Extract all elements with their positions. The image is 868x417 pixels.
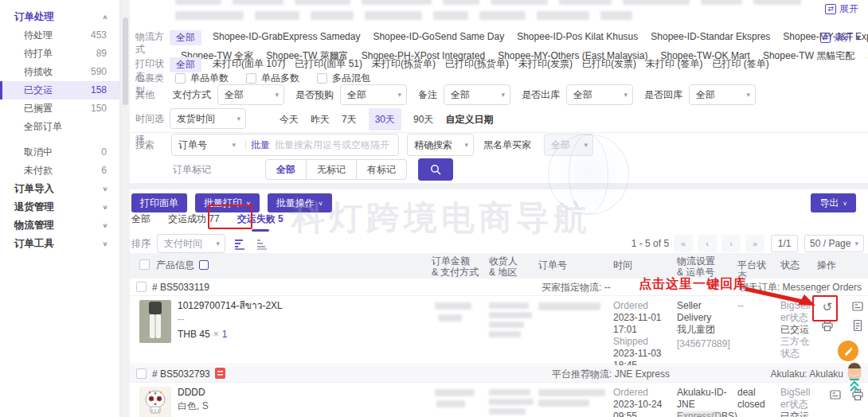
status-cell: BigSeller状态 已交运 [777, 383, 814, 417]
tab-ship-success[interactable]: 交运成功 77 [168, 212, 220, 232]
logistics-option[interactable]: Shopee-ID-Pos Kilat Khusus [517, 30, 638, 45]
order-mark-label: 订单标记 [173, 159, 211, 180]
caret-down-icon: ∨ [319, 200, 323, 206]
order-number[interactable]: # BS5033119 [152, 279, 209, 296]
print-option[interactable]: 未打印 (签单) [646, 57, 702, 72]
restock-return-icon[interactable]: ↺ [820, 299, 835, 314]
print-option[interactable]: 未打印(面单 107) [213, 57, 285, 72]
print-waybill-button[interactable]: 打印面单 [131, 193, 187, 212]
caret-down-icon: ∨ [102, 218, 108, 232]
sidebar-item-to-collect[interactable]: 待揽收590 [0, 63, 119, 81]
print-option[interactable]: 已打印(拣货单) [445, 57, 509, 72]
count-badge: 150 [91, 99, 107, 118]
redacted-text [435, 302, 471, 310]
expand-logistics-button[interactable]: ⇄ 展开 ▾ [820, 31, 860, 45]
sidebar-item-shipped[interactable]: 已交运158 [0, 81, 119, 99]
sort-field-select[interactable]: 支付时间▾ [157, 234, 225, 253]
time-type-select[interactable]: 发货时间▾ [170, 108, 246, 129]
sidebar-section-order-tools[interactable]: 订单工具∨ [0, 235, 119, 253]
time-quick-custom[interactable]: 自定义日期 [445, 113, 493, 126]
print-option[interactable]: 未打印(发票) [518, 57, 573, 72]
redacted-text [538, 389, 605, 396]
last-page-button[interactable]: » [745, 235, 764, 252]
sidebar-item-to-print[interactable]: 待打单89 [0, 45, 119, 63]
sidebar-section-order-processing[interactable]: 订单处理 ∧ [0, 8, 119, 26]
scrollbar-track[interactable] [119, 0, 130, 417]
logistics-option[interactable]: Shopee-ID-Standar Ekspres [651, 30, 770, 45]
column-header: 操作 [814, 253, 868, 282]
mark-option-unmarked[interactable]: 无标记 [306, 159, 357, 180]
print-option[interactable]: 未打印(拣货单) [372, 57, 436, 72]
order-group-header: # BS5032793 平台推荐物流: JNE Express Akulaku:… [130, 365, 868, 383]
tab-ship-failed[interactable]: 交运失败 5 [237, 212, 283, 232]
page-size-select[interactable]: 50 / Page▾ [804, 235, 864, 252]
select-all-checkbox[interactable] [139, 259, 150, 270]
restock-select[interactable]: 全部▾ [689, 84, 756, 105]
print-option-all[interactable]: 全部 [170, 57, 201, 72]
waybill-icon[interactable] [828, 388, 843, 402]
sidebar-item-unpaid[interactable]: 未付款6 [0, 162, 119, 180]
checkbox-single-item-multi-qty[interactable] [246, 73, 256, 84]
platform-status-cell: -- [734, 296, 777, 372]
prev-page-button[interactable]: ‹ [698, 235, 717, 252]
order-checkbox[interactable] [136, 282, 147, 292]
mark-option-marked[interactable]: 有标记 [356, 159, 407, 180]
order-number[interactable]: # BS5032793 [152, 365, 225, 383]
next-page-button[interactable]: › [721, 235, 741, 252]
stock-out-select[interactable]: 全部▾ [566, 84, 633, 105]
tab-all[interactable]: 全部 [131, 212, 151, 232]
note-select[interactable]: 全部▾ [444, 84, 510, 105]
redacted-text [538, 302, 600, 310]
scroll-to-top-button[interactable] [846, 377, 863, 393]
print-option[interactable]: 已打印(面单 51) [295, 57, 362, 72]
first-page-button[interactable]: « [674, 235, 693, 252]
time-quick-7d[interactable]: 7天 [342, 113, 357, 126]
checkbox-single-item-single-qty[interactable] [175, 73, 186, 84]
print-option[interactable]: 已打印 (签单) [712, 57, 768, 72]
time-quick-90d[interactable]: 90天 [413, 113, 433, 126]
chevron-down-icon: ▾ [746, 85, 750, 104]
batch-search-link[interactable]: 批量 [251, 138, 270, 152]
document-icon[interactable] [850, 318, 865, 333]
search-mode-select[interactable]: 精确搜索▾ [407, 134, 474, 156]
sort-asc-button[interactable] [254, 236, 270, 251]
logistics-option-all[interactable]: 全部 [170, 30, 201, 45]
time-quick-yesterday[interactable]: 昨天 [311, 113, 330, 126]
chevron-down-icon: ▾ [237, 109, 240, 128]
blacklist-select[interactable]: 全部▾ [544, 134, 593, 156]
sidebar-item-pending[interactable]: 待处理453 [0, 26, 119, 45]
account-avatar [847, 362, 862, 376]
redacted-text [489, 331, 521, 337]
printer-icon[interactable] [820, 318, 835, 333]
logistics-option[interactable]: Shopee-ID-GoSend Same Day [373, 30, 504, 45]
checkbox-multi-item-mixed[interactable] [317, 73, 327, 84]
sidebar-section-returns[interactable]: 退货管理∨ [0, 198, 119, 216]
time-quick-today[interactable]: 今天 [280, 113, 299, 126]
time-quick-30d-active[interactable]: 30天 [369, 108, 401, 131]
sidebar-section-order-import[interactable]: 订单导入∨ [0, 180, 119, 198]
export-button[interactable]: 导出∨ [811, 193, 856, 212]
expand-all-rows-icon[interactable] [199, 260, 209, 270]
logistics-option[interactable]: Shopee-ID-GrabExpress Sameday [213, 30, 360, 45]
sidebar-item-on-hold[interactable]: 已搁置150 [0, 99, 119, 118]
sidebar-item-cancelling[interactable]: 取消中0 [0, 143, 119, 162]
search-input[interactable] [275, 139, 398, 150]
batch-action-button[interactable]: 批量操作∨ [268, 193, 332, 212]
sidebar-section-logistics[interactable]: 物流管理∨ [0, 216, 119, 235]
order-checkbox[interactable] [136, 368, 147, 379]
payment-method-select[interactable]: 全部▾ [217, 84, 284, 105]
waybill-icon[interactable] [850, 299, 865, 314]
batch-print-button[interactable]: 批量打印∨ [195, 193, 260, 212]
sidebar-item-all-orders[interactable]: 全部订单 [0, 118, 119, 136]
preorder-select[interactable]: 全部▾ [340, 84, 407, 105]
search-button[interactable] [418, 158, 453, 181]
actions-cell: ↺ [814, 296, 868, 372]
mark-option-all[interactable]: 全部 [265, 159, 307, 180]
sort-desc-button[interactable] [232, 236, 248, 251]
product-image [139, 387, 171, 417]
feedback-edit-button[interactable] [838, 341, 858, 361]
print-option[interactable]: 已打印(发票) [582, 57, 636, 72]
scrollbar-thumb[interactable] [123, 18, 128, 105]
search-type-select[interactable]: 订单号▾ [172, 134, 240, 155]
filter-panel: ⇄ 展开 物流方式 全部 Shopee-ID-GrabExpress Samed… [130, 0, 868, 183]
